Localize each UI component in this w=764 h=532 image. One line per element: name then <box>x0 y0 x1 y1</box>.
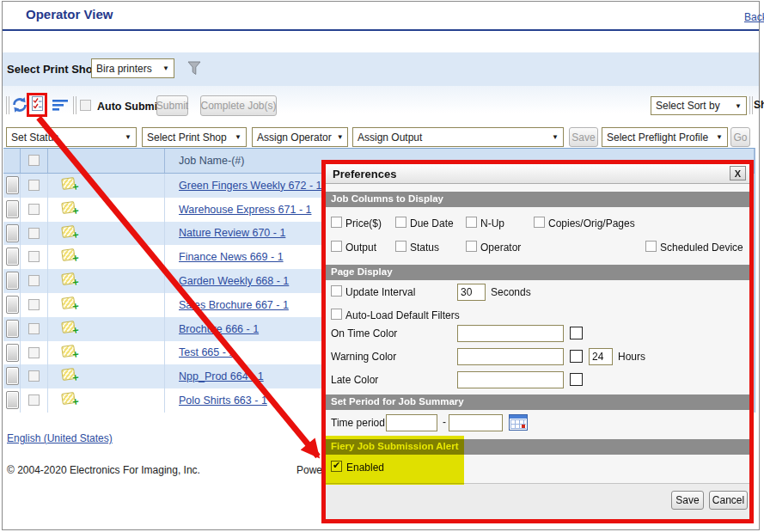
row-handle-button[interactable] <box>6 248 19 266</box>
chevron-down-icon: ▼ <box>125 133 131 141</box>
row-checkbox[interactable] <box>28 347 40 358</box>
row-checkbox[interactable] <box>28 251 40 262</box>
job-pages-add-icon[interactable] <box>61 177 76 190</box>
scheduled-device-label: Scheduled Device <box>660 242 743 254</box>
job-pages-add-icon[interactable] <box>61 297 76 309</box>
on-time-color-picker[interactable] <box>570 327 583 339</box>
copies-checkbox[interactable] <box>534 217 545 228</box>
job-link[interactable]: Nature Review 670 - 1 <box>165 227 285 239</box>
set-status-value: Set Status <box>11 131 58 144</box>
complete-jobs-button[interactable]: Complete Job(s) <box>200 95 277 116</box>
job-link[interactable]: Finance News 669 - 1 <box>165 251 284 263</box>
price-label: Price($) <box>345 217 382 229</box>
job-link[interactable]: Polo Shirts 663 - 1 <box>165 394 267 407</box>
output-checkbox[interactable] <box>331 241 342 252</box>
row-checkbox[interactable] <box>28 323 40 334</box>
job-pages-add-icon[interactable] <box>61 345 76 358</box>
print-shop-select[interactable]: Bira printers ▼ <box>91 58 174 78</box>
job-link[interactable]: Brochure 666 - 1 <box>165 323 259 335</box>
cancel-button[interactable]: Cancel <box>709 491 748 510</box>
section-period-heading: Set Period for Job Summary <box>326 394 749 410</box>
submit-button[interactable]: Submit <box>156 95 188 116</box>
back-link[interactable]: Back <box>744 11 764 23</box>
select-print-shop-select[interactable]: Select Print Shop ▼ <box>142 127 247 147</box>
row-handle-button[interactable] <box>6 296 19 314</box>
save-button[interactable]: Save <box>671 491 704 510</box>
price-checkbox[interactable] <box>331 217 342 228</box>
set-status-select[interactable]: Set Status ▼ <box>6 127 137 147</box>
warning-color-picker[interactable] <box>570 350 583 363</box>
late-color-input[interactable] <box>457 371 564 388</box>
job-link[interactable]: Test 665 - 1 <box>165 346 235 358</box>
n-up-checkbox[interactable] <box>466 217 477 228</box>
header-divider <box>3 29 759 31</box>
row-checkbox[interactable] <box>28 394 40 406</box>
warning-hours-input[interactable] <box>589 348 613 365</box>
update-interval-checkbox[interactable] <box>331 285 342 297</box>
copies-label: Copies/Orig/Pages <box>548 217 635 229</box>
job-pages-add-icon[interactable] <box>61 368 76 381</box>
time-period-end-input[interactable] <box>449 414 503 431</box>
assign-operator-select[interactable]: Assign Operator ▼ <box>252 127 348 147</box>
job-pages-add-icon[interactable] <box>61 321 76 333</box>
time-period-start-input[interactable] <box>386 414 437 431</box>
job-pages-add-icon[interactable] <box>61 248 76 261</box>
sort-lines-icon[interactable] <box>52 99 70 115</box>
calendar-icon[interactable] <box>509 414 528 431</box>
due-date-checkbox[interactable] <box>395 217 406 228</box>
assign-output-combobox[interactable]: Assign Output ▼ <box>352 127 564 147</box>
row-checkbox[interactable] <box>28 180 40 191</box>
fiery-enabled-checkbox[interactable] <box>331 461 342 472</box>
row-handle-button[interactable] <box>6 344 19 362</box>
row-handle-button[interactable] <box>6 200 19 218</box>
job-link[interactable]: Npp_Prod 664 - 1 <box>165 370 264 382</box>
late-color-picker[interactable] <box>570 373 583 386</box>
refresh-icon[interactable] <box>11 96 28 116</box>
filter-funnel-icon[interactable] <box>187 61 201 79</box>
row-checkbox[interactable] <box>28 370 40 382</box>
close-icon[interactable]: X <box>730 166 746 180</box>
job-link[interactable]: Green Fingers Weekly 672 - 1 <box>165 180 322 192</box>
job-link[interactable]: Warehouse Express 671 - 1 <box>165 204 311 216</box>
auto-load-filters-checkbox[interactable] <box>331 309 342 320</box>
assign-operator-value: Assign Operator <box>257 131 332 144</box>
job-pages-add-icon[interactable] <box>61 272 76 285</box>
row-handle-button[interactable] <box>6 320 19 338</box>
go-button[interactable]: Go <box>730 127 750 147</box>
scheduled-device-checkbox[interactable] <box>645 241 657 252</box>
row-handle-button[interactable] <box>6 224 19 242</box>
warning-color-input[interactable] <box>457 348 564 365</box>
row-checkbox[interactable] <box>28 275 40 286</box>
job-link[interactable]: Sales Brochure 667 - 1 <box>165 299 289 311</box>
row-handle-button[interactable] <box>6 367 19 385</box>
update-interval-input[interactable] <box>457 284 486 301</box>
preferences-checklist-icon[interactable] <box>32 96 43 113</box>
output-label: Output <box>345 242 376 254</box>
row-checkbox[interactable] <box>28 299 40 310</box>
show-link-clipped[interactable]: Sh <box>754 99 764 111</box>
row-checkbox[interactable] <box>28 228 40 239</box>
job-pages-add-icon[interactable] <box>61 392 76 405</box>
preflight-profile-select[interactable]: Select Preflight Profile ▼ <box>602 127 728 147</box>
row-handle-button[interactable] <box>6 272 19 290</box>
copyright-text: © 2004-2020 Electronics For Imaging, Inc… <box>7 464 200 476</box>
chevron-down-icon: ▼ <box>162 64 169 72</box>
assign-save-button[interactable]: Save <box>569 127 598 147</box>
job-link[interactable]: Garden Weekly 668 - 1 <box>165 275 289 287</box>
auto-submit-checkbox[interactable] <box>80 100 91 111</box>
select-all-checkbox[interactable] <box>28 155 40 166</box>
preferences-dialog: Preferences X Job Columns to Display Pri… <box>321 160 754 523</box>
row-checkbox[interactable] <box>28 204 40 215</box>
on-time-color-input[interactable] <box>457 325 564 342</box>
status-checkbox[interactable] <box>395 241 406 252</box>
job-pages-add-icon[interactable] <box>61 201 76 214</box>
row-handle-button[interactable] <box>6 176 19 194</box>
job-pages-add-icon[interactable] <box>61 225 76 238</box>
time-period-separator: - <box>443 416 446 428</box>
assign-output-value: Assign Output <box>358 131 422 144</box>
row-handle-button[interactable] <box>6 391 19 409</box>
language-link[interactable]: English (United States) <box>7 432 113 444</box>
select-print-shop-value: Select Print Shop <box>147 131 227 144</box>
sort-by-select[interactable]: Select Sort by ▼ <box>651 96 747 115</box>
operator-checkbox[interactable] <box>466 241 477 252</box>
